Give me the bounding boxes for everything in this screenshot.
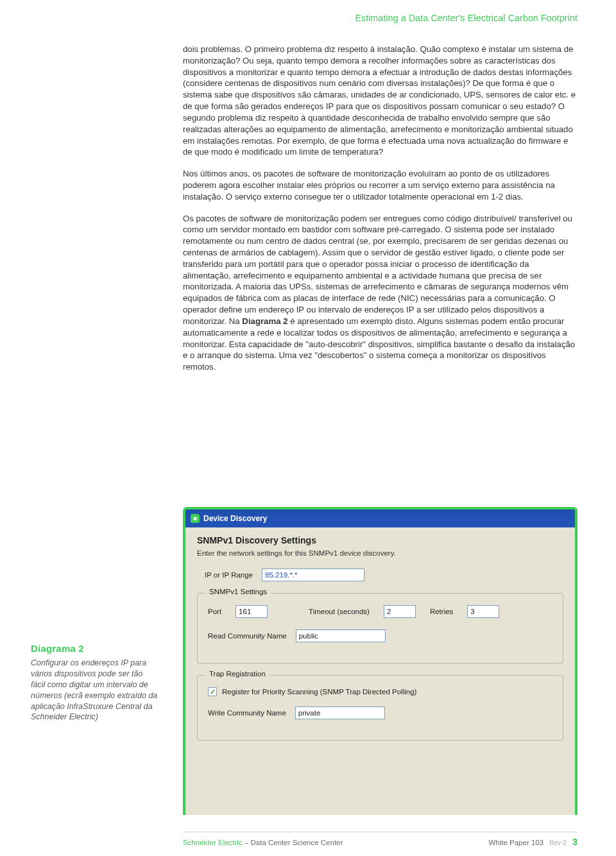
port-input[interactable] [235, 605, 268, 618]
paragraph-3a: Os pacotes de software de monitorização … [183, 214, 572, 326]
write-community-label: Write Community Name [208, 709, 286, 717]
footer-whitepaper: White Paper 103 [488, 839, 543, 846]
write-community-row: Write Community Name [208, 706, 552, 719]
figure-caption: Diagrama 2 Configurar os endereços IP pa… [31, 643, 159, 723]
ip-row: IP or IP Range [205, 569, 563, 581]
diagram-ref: Diagrama 2 [242, 316, 287, 326]
read-community-label: Read Community Name [208, 632, 287, 640]
snmp-legend: SNMPv1 Settings [205, 588, 271, 595]
page-header-title: Estimating a Data Center's Electrical Ca… [355, 13, 578, 23]
trap-checkbox-row: ✓ Register for Priority Scanning (SNMP T… [208, 687, 552, 696]
footer-center: Data Center Science Center [250, 839, 343, 846]
trap-checkbox-label: Register for Priority Scanning (SNMP Tra… [222, 688, 416, 696]
read-community-row: Read Community Name [208, 629, 552, 642]
footer-dash: – [243, 839, 251, 846]
dialog-title: Device Discovery [203, 514, 267, 523]
caption-body: Configurar os endereços IP para vários d… [31, 658, 159, 723]
paragraph-3: Os pacotes de software de monitorização … [183, 213, 578, 373]
section-subtext: Enter the network settings for this SNMP… [197, 549, 563, 557]
timeout-label: Timeout (seconds) [309, 608, 370, 615]
body-text: dois problemas. O primeiro problema diz … [183, 44, 578, 383]
trap-checkbox[interactable]: ✓ [208, 687, 217, 696]
trap-legend: Trap Registration [205, 670, 270, 678]
ip-label: IP or IP Range [205, 571, 253, 579]
footer-right: White Paper 103 Rev 0 3 [488, 836, 578, 847]
snmp-settings-fieldset: SNMPv1 Settings Port Timeout (seconds) R… [197, 593, 563, 663]
trap-registration-fieldset: Trap Registration ✓ Register for Priorit… [197, 675, 563, 740]
read-community-input[interactable] [296, 629, 386, 642]
dialog-titlebar: ✶ Device Discovery [185, 509, 575, 527]
footer-left: Schneider Electric – Data Center Science… [183, 839, 343, 846]
page-footer: Schneider Electric – Data Center Science… [183, 832, 578, 847]
paragraph-2: Nos últimos anos, os pacotes de software… [183, 168, 578, 202]
paragraph-1: dois problemas. O primeiro problema diz … [183, 44, 578, 158]
ip-input[interactable] [262, 569, 364, 581]
port-label: Port [208, 608, 221, 615]
retries-label: Retries [430, 608, 453, 615]
section-heading: SNMPv1 Discovery Settings [197, 535, 563, 545]
footer-page-number: 3 [572, 836, 578, 847]
app-icon: ✶ [191, 514, 200, 523]
caption-title: Diagrama 2 [31, 643, 159, 654]
port-timeout-retries-row: Port Timeout (seconds) Retries [208, 605, 552, 618]
figure-dialog-screenshot: ✶ Device Discovery SNMPv1 Discovery Sett… [183, 507, 578, 815]
footer-brand: Schneider Electric [183, 839, 243, 846]
footer-rev: Rev 0 [549, 839, 566, 846]
dialog-body: SNMPv1 Discovery Settings Enter the netw… [185, 527, 575, 740]
timeout-input[interactable] [384, 605, 416, 618]
write-community-input[interactable] [295, 706, 385, 719]
retries-input[interactable] [467, 605, 499, 618]
